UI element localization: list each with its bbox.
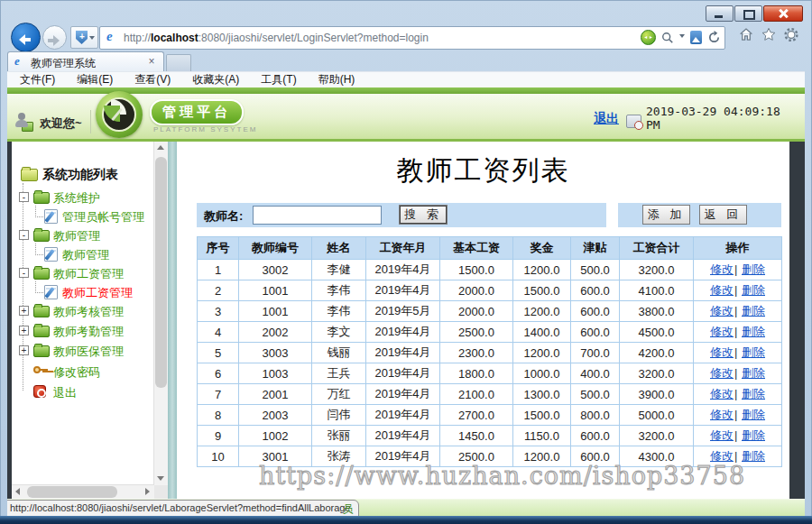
brand-subtitle: PLATFORM SYSYTEM — [153, 125, 257, 133]
expand-box-icon[interactable]: + — [19, 326, 29, 336]
ie-favicon: e — [14, 54, 20, 69]
tree-root-label: 系统功能列表 — [42, 167, 118, 181]
back-button-page[interactable]: 返 回 — [699, 205, 747, 225]
browser-toolbar: + e http://localhost:8080/jiaoshi/servle… — [7, 23, 805, 51]
table-row: 61003王兵2019年4月1800.01000.0400.03200.0 修改… — [198, 363, 782, 384]
search-dropdown-icon[interactable] — [679, 34, 685, 41]
delete-link[interactable]: 删除 — [742, 325, 765, 338]
delete-link[interactable]: 删除 — [742, 283, 765, 297]
delete-link[interactable]: 删除 — [742, 345, 765, 359]
folder-icon — [33, 345, 50, 357]
search-icon[interactable] — [661, 32, 674, 44]
edit-link[interactable]: 修改 — [710, 345, 734, 359]
edit-page-icon — [44, 285, 58, 299]
folder-icon — [33, 326, 50, 337]
watermark-text: https://www.huzhan.com/ishop33758 — [259, 462, 745, 490]
sidebar-tree: 系统功能列表 - 系统维护 管理员帐号管理 - 教师管理 — [12, 142, 168, 499]
expand-box-icon[interactable]: + — [19, 345, 29, 355]
clock-icon — [626, 115, 641, 128]
tools-gear-icon[interactable] — [783, 27, 799, 42]
new-tab-button[interactable] — [166, 54, 191, 72]
delete-link[interactable]: 删除 — [742, 366, 765, 380]
menu-favorites[interactable]: 收藏夹(A) — [192, 72, 239, 87]
minimize-button[interactable] — [706, 5, 734, 22]
forward-arrow-icon — [49, 32, 60, 43]
plus-icon: + — [79, 32, 85, 41]
edit-link[interactable]: 修改 — [710, 408, 734, 421]
smartscreen-button[interactable]: + — [70, 26, 98, 49]
menu-tools[interactable]: 工具(T) — [261, 72, 296, 87]
expand-box-icon[interactable]: + — [19, 306, 29, 316]
platform-logo — [96, 91, 143, 138]
delete-link[interactable]: 删除 — [742, 449, 765, 463]
scroll-left-button[interactable] — [12, 485, 25, 499]
maximize-button[interactable] — [734, 5, 762, 22]
url-rest: :8080/jiaoshi/servlet/LoginServlet?metho… — [198, 32, 429, 44]
scroll-thumb[interactable] — [27, 486, 117, 498]
sidebar-vertical-scrollbar[interactable] — [153, 142, 168, 485]
forward-button[interactable] — [42, 25, 67, 50]
key-icon — [33, 364, 48, 377]
add-button[interactable]: 添 加 — [642, 205, 690, 225]
tab-close-icon[interactable]: × — [145, 55, 158, 68]
close-button[interactable] — [763, 5, 803, 22]
folder-icon — [33, 306, 50, 317]
back-button[interactable] — [11, 23, 41, 52]
edit-link[interactable]: 修改 — [710, 366, 734, 380]
scroll-right-button[interactable] — [141, 485, 154, 499]
datetime-display: 2019-03-29 04:09:18 PM — [646, 105, 780, 132]
collapse-box-icon[interactable]: - — [19, 268, 29, 278]
collapse-box-icon[interactable]: - — [19, 192, 29, 202]
tree-root[interactable]: 系统功能列表 — [21, 167, 118, 183]
url-text[interactable]: http://localhost:8080/jiaoshi/servlet/Lo… — [124, 32, 429, 44]
sidebar-horizontal-scrollbar[interactable] — [12, 484, 154, 499]
delete-link[interactable]: 删除 — [742, 408, 765, 421]
folder-icon — [33, 268, 50, 280]
favorites-star-icon[interactable] — [761, 27, 777, 42]
search-button[interactable]: 搜 索 — [399, 205, 448, 225]
compatibility-view-icon[interactable] — [641, 30, 656, 45]
menu-view[interactable]: 查看(V) — [134, 72, 171, 87]
edit-link[interactable]: 修改 — [710, 262, 734, 276]
search-input[interactable] — [253, 206, 382, 225]
window-bottom-border — [0, 516, 812, 524]
collapse-box-icon[interactable]: - — [19, 230, 29, 240]
brand-badge: 管理平台 — [150, 99, 244, 125]
delete-link[interactable]: 删除 — [742, 262, 765, 276]
refresh-icon[interactable] — [707, 31, 721, 44]
logout-link[interactable]: 退出 — [594, 111, 619, 127]
open-folder-icon — [21, 169, 38, 181]
edit-link[interactable]: 修改 — [710, 325, 734, 338]
scroll-up-button[interactable] — [154, 142, 168, 155]
edit-link[interactable]: 修改 — [710, 304, 734, 317]
edit-link[interactable]: 修改 — [710, 387, 734, 400]
address-bar[interactable]: e http://localhost:8080/jiaoshi/servlet/… — [99, 26, 725, 50]
scroll-thumb[interactable] — [155, 157, 167, 388]
home-icon[interactable] — [738, 27, 754, 42]
menu-edit[interactable]: 编辑(E) — [77, 72, 113, 87]
delete-link[interactable]: 删除 — [742, 387, 765, 400]
delete-link[interactable]: 删除 — [742, 304, 765, 317]
welcome-text: 欢迎您~ — [40, 115, 82, 132]
edit-link[interactable]: 修改 — [710, 428, 734, 442]
menu-help[interactable]: 帮助(H) — [318, 72, 355, 87]
scroll-down-button[interactable] — [154, 472, 168, 485]
page-icon[interactable] — [690, 31, 702, 44]
menu-file[interactable]: 文件(F) — [20, 72, 55, 87]
frame-divider[interactable] — [168, 142, 177, 499]
tree-connector — [35, 281, 43, 293]
edit-link[interactable]: 修改 — [710, 283, 734, 297]
tab-teacher-system[interactable]: e 教师管理系统 × — [7, 51, 164, 72]
table-row: 82003闫伟2019年4月2700.01500.0800.05000.0 修改… — [198, 405, 782, 426]
user-icon — [14, 112, 34, 132]
tree-trunk-line — [23, 183, 23, 391]
user-card-icon — [22, 122, 33, 132]
delete-link[interactable]: 删除 — [742, 428, 765, 442]
page-header: 欢迎您~ 管理平台 PLATFORM SYSYTEM 退出 2019-03-29… — [7, 87, 805, 142]
col-header: 津贴 — [571, 237, 620, 260]
edit-link[interactable]: 修改 — [710, 449, 734, 463]
tab-strip: e 教师管理系统 × — [7, 51, 805, 71]
col-header: 基本工资 — [440, 237, 513, 260]
window-titlebar[interactable] — [0, 0, 812, 23]
ie-favicon: e — [106, 29, 113, 44]
